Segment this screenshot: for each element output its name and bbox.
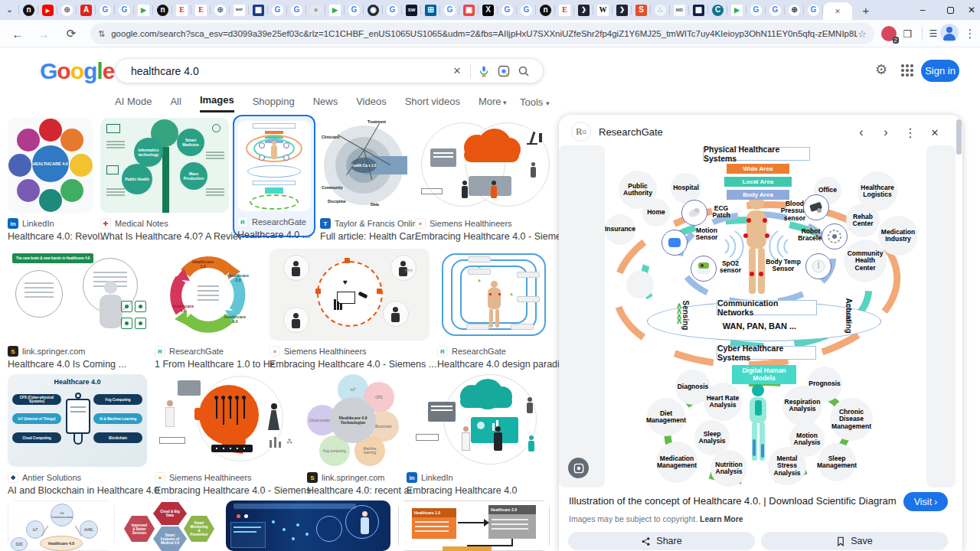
- browser-tab-29[interactable]: n: [536, 0, 555, 20]
- tab-close-icon[interactable]: ✕: [835, 8, 841, 15]
- voice-search-icon[interactable]: [474, 62, 494, 80]
- browser-tab-36[interactable]: MD: [670, 0, 689, 20]
- browser-tab-2[interactable]: n: [19, 0, 38, 20]
- result-thumbnail-12[interactable]: IoTCPSBlockchainMachine learningFog comp…: [307, 374, 399, 467]
- result-source[interactable]: Slink.springer.com: [8, 346, 159, 357]
- browser-tab-28[interactable]: G: [517, 0, 536, 20]
- browser-tab-19[interactable]: G: [345, 0, 364, 20]
- active-tab[interactable]: ✕: [823, 2, 852, 20]
- google-apps-icon[interactable]: [901, 64, 913, 77]
- result-thumbnail-6[interactable]: The new brain & new hands in Healthcare …: [8, 249, 147, 341]
- nav-tab-videos[interactable]: Videos: [356, 96, 387, 112]
- google-lens-icon[interactable]: [494, 62, 514, 80]
- profile-avatar[interactable]: [940, 24, 959, 42]
- reload-button[interactable]: ⟳: [61, 24, 81, 44]
- result-thumbnail-13[interactable]: [407, 374, 550, 467]
- result-title[interactable]: Embracing Healthcare 4.0: [407, 485, 563, 496]
- settings-gear-icon[interactable]: ⚙: [875, 61, 887, 78]
- back-button[interactable]: ←: [8, 24, 28, 44]
- result-thumbnail-14[interactable]: 5G CommunicationIoTAI/MLD2DHealthcare 4.…: [8, 500, 115, 551]
- result-source[interactable]: RResearchGate: [237, 217, 323, 227]
- nav-tab-more[interactable]: More ▾: [479, 96, 507, 112]
- browser-tab-18[interactable]: ▶: [325, 0, 345, 20]
- result-thumbnail-8[interactable]: ♥???: [270, 249, 430, 341]
- sign-in-button[interactable]: Sign in: [921, 60, 959, 82]
- panel-source-link[interactable]: ResearchGate: [599, 126, 663, 138]
- panel-menu-icon[interactable]: ⋮: [900, 122, 920, 142]
- bookmark-star-icon[interactable]: ☆: [858, 28, 867, 40]
- browser-tab-17[interactable]: ●: [306, 0, 325, 20]
- browser-tab-8[interactable]: ▶: [134, 0, 153, 20]
- address-bar[interactable]: ⇅ google.com/search?sca_esv=d3099a39e25e…: [90, 23, 874, 44]
- result-thumbnail-11[interactable]: ⁂: [155, 374, 299, 467]
- site-info-icon[interactable]: ⇅: [98, 29, 105, 39]
- browser-tab-7[interactable]: G: [115, 0, 134, 20]
- nav-tab-short-videos[interactable]: Short videos: [405, 96, 460, 112]
- result-source[interactable]: TTaylor & Francis Online: [320, 218, 420, 229]
- adblock-extension-icon[interactable]: 2: [879, 24, 899, 44]
- next-image-icon[interactable]: ›: [876, 122, 896, 142]
- nav-tab-ai-mode[interactable]: AI Mode: [115, 96, 152, 112]
- result-source[interactable]: RResearchGate: [155, 346, 274, 357]
- browser-tab-25[interactable]: ▣: [459, 0, 479, 20]
- share-button[interactable]: Share: [568, 532, 755, 550]
- result-thumbnail-17[interactable]: Healthcare 1.0Healthcare 2.0: [398, 500, 550, 551]
- browser-tab-39[interactable]: ▶: [727, 0, 746, 20]
- browser-tab-3[interactable]: ▶: [38, 0, 57, 20]
- result-thumbnail-9[interactable]: ▲▲▲▲: [437, 249, 550, 341]
- browser-tab-16[interactable]: G: [287, 0, 306, 20]
- nav-tab-images[interactable]: Images: [200, 94, 234, 112]
- result-title[interactable]: Full article: Health Car...: [320, 231, 420, 242]
- window-minimize-button[interactable]: –: [910, 0, 936, 20]
- search-inside-image-lens-button[interactable]: [568, 458, 589, 478]
- nav-tab-all[interactable]: All: [170, 96, 181, 112]
- browser-tab-6[interactable]: G: [96, 0, 115, 20]
- browser-tab-9[interactable]: n: [153, 0, 172, 20]
- search-submit-icon[interactable]: [514, 62, 534, 80]
- result-title[interactable]: Healthcare 4.0: recent ad...: [307, 485, 411, 496]
- browser-menu-icon[interactable]: ⋮: [960, 24, 980, 44]
- search-query[interactable]: healthcare 4.0: [131, 65, 447, 77]
- learn-more-link[interactable]: Learn More: [700, 514, 743, 523]
- result-thumbnail-7[interactable]: Healthcare 1.0Healthcare 2.0Healthcare 3…: [155, 249, 262, 341]
- result-thumbnail-16[interactable]: [226, 500, 390, 551]
- result-source[interactable]: »Siemens Healthineers: [155, 472, 312, 483]
- browser-tab-23[interactable]: ⊞: [421, 0, 440, 20]
- nav-tab-shopping[interactable]: Shopping: [253, 96, 295, 112]
- window-close-button[interactable]: ✕: [959, 0, 980, 20]
- browser-tab-33[interactable]: ❯: [612, 0, 632, 20]
- result-source[interactable]: RResearchGate: [437, 346, 563, 357]
- result-source[interactable]: ✚Medical Notes: [100, 218, 241, 229]
- previous-image-icon[interactable]: ‹: [851, 122, 871, 142]
- forward-button[interactable]: →: [34, 24, 54, 44]
- browser-tab-20[interactable]: ◉: [364, 0, 383, 20]
- result-thumbnail-2[interactable]: Informatics technologySmart MedicinePubl…: [100, 118, 229, 213]
- result-title[interactable]: Embracing Healthcare 4.0 - Siemens ...: [270, 359, 442, 370]
- result-title[interactable]: Healthcare 4.0: Revol...: [8, 231, 105, 242]
- result-source[interactable]: inLinkedIn: [8, 218, 105, 229]
- result-title[interactable]: Healthcare 4.0 design paradig...: [437, 359, 563, 370]
- result-source[interactable]: Slink.springer.com: [307, 472, 411, 483]
- save-button[interactable]: Save: [761, 532, 948, 550]
- browser-tab-32[interactable]: W: [593, 0, 612, 20]
- result-source[interactable]: ❖Antier Solutions: [8, 472, 159, 483]
- browser-tab-40[interactable]: G: [746, 0, 766, 20]
- extensions-icon[interactable]: ❒: [897, 24, 917, 44]
- browser-tab-35[interactable]: ∴: [651, 0, 670, 20]
- result-title[interactable]: Illustration of the concept of Healthcar…: [569, 495, 898, 507]
- browser-tab-43[interactable]: G: [804, 0, 823, 20]
- result-title[interactable]: Healthcare 4.0 ...: [237, 230, 323, 240]
- panel-scrollbar[interactable]: [956, 119, 962, 487]
- result-source[interactable]: »Siemens Healthineers: [270, 346, 442, 357]
- browser-tab-34[interactable]: S: [632, 0, 651, 20]
- browser-tab-13[interactable]: NIST: [230, 0, 249, 20]
- result-thumbnail-5[interactable]: [415, 118, 550, 213]
- result-thumbnail-3[interactable]: [237, 121, 311, 211]
- result-title[interactable]: What Is Healthcare 4.0? A Review o...: [100, 231, 241, 242]
- result-title[interactable]: Embracing Healthcare 4.0 - Siemens ...: [415, 231, 563, 242]
- browser-tab-26[interactable]: X: [479, 0, 498, 20]
- browser-tab-11[interactable]: E: [191, 0, 211, 20]
- browser-tab-1[interactable]: ⌄: [0, 0, 19, 20]
- browser-tab-21[interactable]: G: [383, 0, 402, 20]
- result-source[interactable]: inLinkedIn: [407, 472, 563, 483]
